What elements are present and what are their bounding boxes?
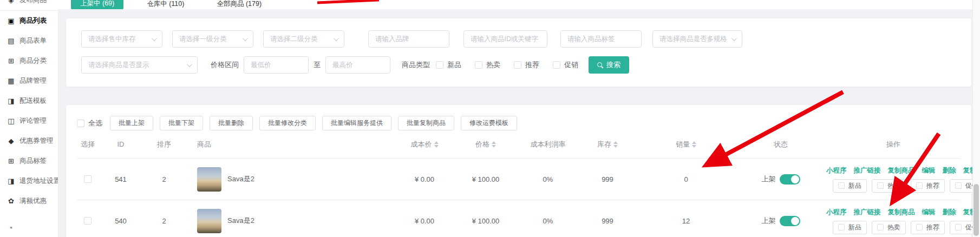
row-checkbox[interactable]	[84, 217, 92, 225]
tag-hot-checkbox[interactable]: 热卖	[872, 221, 906, 234]
select-all-checkbox[interactable]: 全选	[77, 119, 102, 128]
copy-product-link[interactable]: 复制商品	[888, 208, 915, 217]
on-sale-toggle[interactable]	[780, 174, 800, 185]
cell-id: 541	[99, 175, 143, 183]
category1-select[interactable]: 请选择一级分类	[172, 30, 253, 48]
sidebar-item-brand-management[interactable]: ▦ 品牌管理	[0, 71, 58, 91]
sidebar-item-full-discount[interactable]: ✿ 满额优惠	[0, 191, 58, 211]
on-sale-toggle[interactable]	[780, 216, 800, 226]
delete-link[interactable]: 删除	[943, 208, 956, 217]
search-button[interactable]: 搜索	[589, 56, 629, 74]
header-id: ID	[99, 140, 143, 148]
sort-carets-icon[interactable]	[692, 141, 696, 148]
mini-program-link[interactable]: 小程序	[826, 208, 847, 217]
edit-link[interactable]: 编辑	[922, 166, 936, 175]
sidebar-item-label: 配送模板	[19, 96, 47, 106]
min-price-input[interactable]	[244, 56, 309, 74]
sidebar-item-review-management[interactable]: ◫ 评论管理	[0, 111, 58, 131]
edit-link[interactable]: 编辑	[922, 208, 936, 217]
batch-on-sale-button[interactable]: 批量上架	[110, 116, 153, 130]
batch-edit-category-button[interactable]: 批量修改分类	[259, 116, 316, 130]
tab-all-products[interactable]: 全部商品 (179)	[207, 0, 271, 9]
select-all-label: 全选	[88, 119, 102, 128]
vertical-scrollbar-track[interactable]	[972, 0, 980, 237]
copy-product-link[interactable]: 复制商品	[888, 166, 915, 175]
header-sort: 排序	[143, 140, 185, 149]
header-price[interactable]: 价格	[454, 140, 518, 149]
sidebar-item-product-category[interactable]: ⊞ 商品分类	[0, 51, 58, 71]
category-tree-icon: ⊞	[7, 57, 15, 65]
checkbox-icon[interactable]	[877, 224, 884, 231]
batch-delete-button[interactable]: 批量删除	[210, 116, 253, 130]
product-table-panel: 全选 批量上架 批量下架 批量删除 批量修改分类 批量编辑服务提供 批量复制商品…	[66, 105, 971, 237]
sidebar-item-publish-product[interactable]: ◈ 发布商品	[0, 0, 58, 10]
checkbox-icon[interactable]	[514, 61, 521, 69]
checkbox-icon[interactable]	[436, 61, 443, 69]
sort-carets-icon[interactable]	[492, 141, 496, 148]
sidebar-item-product-form[interactable]: ▤ 商品表单	[0, 31, 58, 51]
visibility-select[interactable]: 请选择商品是否显示	[81, 56, 198, 74]
batch-copy-product-button[interactable]: 批量复制商品	[398, 116, 454, 130]
edit-freight-template-button[interactable]: 修改运费模板	[461, 116, 517, 130]
sidebar-item-delivery-template[interactable]: ◨ 配送模板	[0, 91, 58, 111]
checkbox-icon[interactable]	[838, 182, 845, 189]
gift-icon: ✿	[7, 197, 15, 205]
checkbox-icon[interactable]	[553, 61, 560, 69]
tab-on-sale[interactable]: 上架中 (69)	[71, 0, 123, 9]
sidebar-item-partial[interactable]: ▪	[0, 218, 58, 237]
cell-sales: 12	[637, 217, 735, 225]
brand-input[interactable]	[368, 30, 449, 48]
row-checkbox[interactable]	[84, 175, 92, 183]
tag-new-checkbox[interactable]: 新品	[833, 179, 867, 193]
stock-filter-select[interactable]: 请选择售中库存	[81, 30, 162, 48]
checkbox-icon[interactable]	[916, 182, 923, 189]
max-price-input[interactable]	[325, 56, 390, 74]
type-option-label: 推荐	[525, 60, 539, 70]
sidebar-item-product-list[interactable]: ▣ 商品列表	[0, 11, 58, 31]
batch-off-sale-button[interactable]: 批量下架	[160, 116, 203, 130]
sidebar-item-return-address[interactable]: ◨ 退货地址设置	[0, 171, 58, 191]
checkbox-icon[interactable]	[877, 182, 884, 189]
checkbox-icon[interactable]	[955, 182, 962, 189]
checkbox-icon[interactable]	[475, 61, 482, 69]
delete-link[interactable]: 删除	[943, 166, 956, 175]
sidebar-item-coupon-management[interactable]: ◆ 优惠券管理	[0, 131, 58, 151]
type-checkbox-promo[interactable]: 促销	[553, 60, 578, 70]
cell-cost: ¥ 0.00	[395, 217, 454, 225]
sidebar-item-label: 商品分类	[19, 56, 47, 65]
batch-edit-service-button[interactable]: 批量编辑服务提供	[322, 116, 391, 130]
header-cost[interactable]: 成本价	[395, 140, 454, 149]
keyword-input[interactable]	[463, 30, 547, 48]
type-checkbox-new[interactable]: 新品	[436, 60, 461, 70]
tag-hot-checkbox[interactable]: 热卖	[872, 179, 906, 193]
tab-in-warehouse[interactable]: 仓库中 (110)	[138, 0, 193, 9]
category2-select[interactable]: 请选择二级分类	[263, 30, 344, 48]
type-checkbox-hot[interactable]: 热卖	[475, 60, 500, 70]
promo-link[interactable]: 推广链接	[854, 166, 881, 175]
checkbox-icon[interactable]	[916, 224, 923, 231]
header-margin: 成本利润率	[518, 140, 578, 149]
sort-carets-icon[interactable]	[434, 141, 439, 148]
multispec-select[interactable]: 请选择商品是否多规格	[652, 30, 742, 48]
sidebar-item-label: 品牌管理	[19, 76, 47, 85]
header-stock[interactable]: 库存	[578, 140, 637, 149]
checkbox-icon[interactable]	[77, 120, 84, 127]
tag-recommend-checkbox[interactable]: 推荐	[911, 221, 945, 234]
sort-carets-icon[interactable]	[613, 141, 618, 148]
header-sales[interactable]: 销量	[637, 140, 735, 149]
cell-actions: 小程序 推广链接 复制商品 编辑 删除 复制链接 新品 热卖 推荐 促销	[826, 166, 980, 193]
type-checkbox-recommend[interactable]: 推荐	[514, 60, 539, 70]
truck-icon: ◨	[7, 97, 15, 105]
vertical-scrollbar-thumb[interactable]	[974, 184, 979, 236]
promo-link[interactable]: 推广链接	[854, 208, 881, 217]
tag-new-checkbox[interactable]: 新品	[833, 221, 867, 234]
checkbox-icon[interactable]	[838, 224, 845, 231]
checkbox-icon[interactable]	[955, 224, 962, 231]
mini-program-link[interactable]: 小程序	[826, 166, 847, 175]
cell-sort: 2	[143, 217, 185, 225]
sidebar: ◈ 发布商品 ▣ 商品列表 ▤ 商品表单 ⊞ 商品分类 ▦ 品牌管理 ◨ 配送模…	[0, 0, 58, 237]
product-tag-input[interactable]	[560, 30, 642, 48]
chevron-down-icon	[334, 36, 339, 41]
tag-recommend-checkbox[interactable]: 推荐	[911, 179, 945, 193]
sidebar-item-product-tags[interactable]: ⊞ 商品标签	[0, 151, 58, 171]
